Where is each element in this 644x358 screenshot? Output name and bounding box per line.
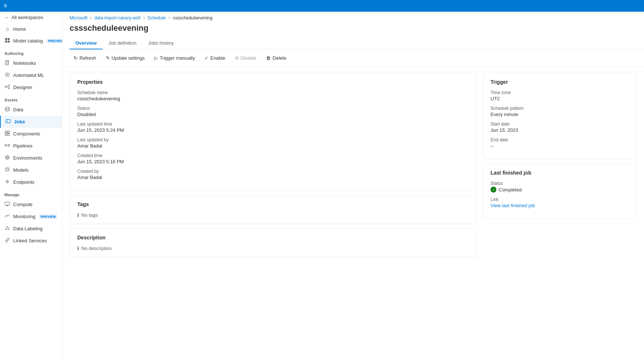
svg-point-9	[7, 74, 8, 75]
prop-schedule-name: Schedule name cssscheduleevening	[77, 90, 469, 101]
disable-icon: ⊘	[235, 55, 239, 61]
tags-card-title: Tags	[77, 201, 469, 207]
start-date-label: Start date	[491, 122, 629, 127]
last-updated-time-label: Last updated time	[77, 122, 469, 127]
sidebar-item-label: Data Labeling	[13, 226, 42, 231]
sidebar-item-data[interactable]: Data	[0, 104, 62, 116]
trigger-card: Trigger Time zone UTC Schedule pattern E…	[483, 73, 637, 159]
last-updated-by-value: Amar Badal	[77, 143, 469, 149]
sidebar-item-label: Home	[13, 26, 26, 32]
home-icon: ⌂	[4, 26, 10, 32]
sidebar-item-jobs[interactable]: Jobs	[0, 116, 62, 128]
breadcrumb-workspace[interactable]: data-import-canary-ws0	[95, 15, 141, 20]
page-title: cssscheduleevening	[62, 22, 644, 37]
disable-button[interactable]: ⊘ Disable	[231, 53, 260, 63]
sidebar-item-model-catalog[interactable]: Model catalog PREVIEW	[0, 35, 62, 47]
edit-icon: ✎	[106, 55, 110, 61]
trigger-card-title: Trigger	[491, 79, 629, 85]
tabs-container: Overview Job definition Jobs history	[62, 37, 644, 49]
sidebar-item-home[interactable]: ⌂ Home	[0, 23, 62, 35]
content-area: Microsoft > data-import-canary-ws0 > Sch…	[62, 12, 644, 358]
sidebar-item-label: Environments	[13, 155, 42, 161]
update-settings-button[interactable]: ✎ Update settings	[102, 53, 149, 63]
svg-line-14	[6, 87, 8, 88]
automated-ml-icon	[4, 72, 10, 78]
sidebar-item-label: Components	[13, 131, 40, 137]
sidebar-item-components[interactable]: Components	[0, 128, 62, 140]
end-date-value: --	[491, 143, 629, 149]
model-catalog-icon	[4, 38, 10, 44]
components-icon	[4, 131, 10, 137]
tab-overview[interactable]: Overview	[70, 37, 103, 49]
sidebar-item-label: Notebooks	[13, 60, 36, 66]
sidebar-item-compute[interactable]: Compute	[0, 198, 62, 210]
svg-point-28	[6, 180, 8, 182]
hamburger-menu-icon[interactable]: ≡	[4, 3, 7, 9]
all-workspaces-label: All workspaces	[11, 15, 43, 20]
prop-timezone: Time zone UTC	[491, 90, 629, 101]
trigger-manually-label: Trigger manually	[160, 55, 195, 61]
trigger-manually-button[interactable]: ▷ Trigger manually	[150, 53, 199, 63]
description-card-title: Description	[77, 235, 469, 240]
designer-icon	[4, 84, 10, 90]
back-arrow-icon: ←	[4, 15, 9, 20]
sidebar-item-notebooks[interactable]: Notebooks	[0, 57, 62, 69]
sidebar-item-pipelines[interactable]: Pipelines	[0, 140, 62, 152]
compute-icon	[4, 201, 10, 208]
preview-badge: PREVIEW	[39, 215, 58, 219]
sidebar-item-designer[interactable]: Designer	[0, 81, 62, 93]
created-by-label: Created by	[77, 169, 469, 174]
svg-rect-11	[8, 85, 10, 86]
job-status-text: Completed	[499, 187, 522, 193]
prop-end-date: End date --	[491, 137, 629, 149]
update-settings-label: Update settings	[112, 55, 145, 61]
breadcrumb: Microsoft > data-import-canary-ws0 > Sch…	[62, 12, 644, 22]
delete-button[interactable]: 🗑 Delete	[262, 53, 290, 63]
created-time-label: Created time	[77, 153, 469, 158]
svg-rect-20	[5, 134, 7, 135]
prop-start-date: Start date Jun 15, 2023	[491, 122, 629, 133]
prop-created-time: Created time Jun 15, 2023 5:16 PM	[77, 153, 469, 164]
view-last-finished-job-link[interactable]: View last finished job	[491, 203, 535, 208]
schedule-pattern-label: Schedule pattern	[491, 106, 629, 111]
svg-rect-0	[5, 38, 7, 40]
tags-card: Tags ℹ No tags	[70, 195, 477, 224]
breadcrumb-sep-1: >	[90, 15, 92, 20]
refresh-button[interactable]: ↻ Refresh	[70, 53, 100, 63]
disable-label: Disable	[241, 55, 256, 61]
sidebar-item-label: Jobs	[14, 119, 25, 124]
no-description-row: ℹ No description	[77, 246, 469, 251]
sidebar-item-endpoints[interactable]: Endpoints	[0, 176, 62, 188]
environments-icon	[4, 155, 10, 161]
sidebar-item-data-labeling[interactable]: Data Labeling	[0, 223, 62, 235]
created-by-value: Amar Badal	[77, 175, 469, 180]
prop-schedule-pattern: Schedule pattern Every minute	[491, 106, 629, 117]
last-updated-by-label: Last updated by	[77, 137, 469, 142]
enable-label: Enable	[210, 55, 225, 61]
breadcrumb-schedule[interactable]: Schedule	[148, 15, 166, 20]
tab-jobs-history[interactable]: Jobs history	[142, 37, 179, 49]
prop-created-by: Created by Amar Badal	[77, 169, 469, 180]
data-labeling-icon	[4, 225, 10, 232]
sidebar-item-linked-services[interactable]: Linked Services	[0, 235, 62, 247]
sidebar-item-environments[interactable]: Environments	[0, 152, 62, 164]
sidebar-item-automated-ml[interactable]: Automated ML	[0, 69, 62, 81]
svg-rect-12	[8, 87, 10, 89]
breadcrumb-microsoft[interactable]: Microsoft	[70, 15, 88, 20]
svg-point-15	[5, 107, 10, 108]
all-workspaces-link[interactable]: ← All workspaces	[0, 12, 62, 23]
sidebar-item-models[interactable]: Models	[0, 164, 62, 176]
job-status-value: ✓ Completed	[491, 187, 629, 193]
sidebar-item-monitoring[interactable]: Monitoring PREVIEW	[0, 210, 62, 223]
svg-rect-23	[8, 144, 10, 146]
svg-rect-21	[8, 134, 10, 135]
svg-rect-22	[5, 144, 7, 146]
svg-rect-19	[8, 131, 10, 133]
enable-button[interactable]: ✓ Enable	[200, 53, 229, 63]
refresh-label: Refresh	[79, 55, 96, 61]
prop-job-link: Link View last finished job	[491, 197, 629, 208]
sidebar-section-assets: Assets	[0, 93, 62, 104]
tab-job-definition[interactable]: Job definition	[103, 37, 143, 49]
sidebar-item-label: Compute	[13, 202, 33, 207]
preview-badge: PREVIEW	[47, 39, 62, 43]
